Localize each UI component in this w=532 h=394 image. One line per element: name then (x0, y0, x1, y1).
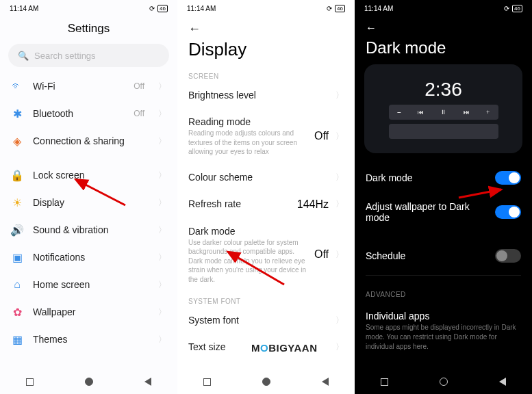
row-label: Brightness level (188, 90, 331, 101)
nav-bar (177, 369, 355, 394)
row-value: Off (134, 81, 144, 91)
status-bar: 11:14 AM ⟳ 46 (0, 0, 177, 16)
status-time: 11:14 AM (187, 5, 216, 12)
row-label: Schedule (366, 250, 495, 261)
display-row[interactable]: Refresh rate144Hz〉 (177, 192, 355, 219)
nav-back-icon[interactable] (322, 378, 329, 386)
search-placeholder: Search settings (34, 51, 96, 61)
chevron-right-icon: 〉 (335, 198, 344, 210)
chevron-right-icon: 〉 (335, 341, 344, 353)
rotate-icon: ⟳ (504, 5, 509, 12)
chevron-right-icon: 〉 (335, 172, 344, 183)
row-label: Wi-Fi (33, 81, 124, 92)
chevron-right-icon: 〉 (158, 279, 166, 291)
row-label: Display (33, 197, 144, 208)
settings-row[interactable]: ☀Display〉 (0, 189, 177, 216)
watermark: MOBIGYAAN (251, 342, 317, 354)
row-label: Notifications (33, 252, 144, 263)
schedule-row[interactable]: Schedule (355, 241, 532, 271)
page-title: Dark mode (355, 36, 532, 64)
chevron-right-icon: 〉 (158, 197, 166, 209)
nav-back-icon[interactable] (499, 378, 506, 386)
page-title: Settings (0, 16, 177, 41)
chevron-right-icon: 〉 (158, 334, 166, 345)
nav-bar (0, 369, 177, 394)
bell-icon: ▣ (11, 251, 23, 263)
home-icon: ⌂ (11, 278, 23, 291)
themes-icon: ▦ (11, 333, 23, 345)
row-label: Dark mode (366, 172, 495, 183)
display-screen: 11:14 AM ⟳46 ← Display SCREEN Brightness… (177, 0, 355, 394)
nav-home-icon[interactable] (85, 378, 93, 386)
darkmode-screen: 11:14 AM ⟳46 ← Dark mode 2:36 ‒⏮⏸⏭+ Dark… (355, 0, 532, 394)
display-row[interactable]: Reading modeReading mode adjusts colours… (177, 109, 355, 165)
status-time: 11:14 AM (10, 5, 38, 12)
chevron-right-icon: 〉 (158, 252, 166, 263)
nav-back-icon[interactable] (144, 378, 151, 386)
nav-recent-icon[interactable] (381, 378, 388, 386)
chevron-right-icon: 〉 (158, 306, 166, 318)
lock-icon: 🔒 (11, 169, 23, 181)
toggle-row[interactable]: Dark mode (355, 163, 532, 193)
nav-home-icon[interactable] (440, 378, 448, 386)
settings-row[interactable]: 🔊Sound & vibration〉 (0, 216, 177, 244)
settings-row[interactable]: ✱BluetoothOff〉 (0, 100, 177, 127)
section-header: SYSTEM FONT (177, 292, 355, 308)
darkmode-preview: 2:36 ‒⏮⏸⏭+ (364, 64, 522, 153)
settings-row[interactable]: ᯤWi-FiOff〉 (0, 73, 177, 100)
settings-row[interactable]: ⌂Home screen〉 (0, 271, 177, 298)
display-row[interactable]: Brightness level〉 (177, 83, 355, 109)
sun-icon: ☀ (11, 196, 23, 209)
bluetooth-icon: ✱ (11, 107, 23, 120)
settings-screen: 11:14 AM ⟳ 46 Settings 🔍 Search settings… (0, 0, 177, 394)
status-bar: 11:14 AM ⟳46 (355, 0, 532, 16)
nav-recent-icon[interactable] (203, 378, 211, 386)
chevron-right-icon: 〉 (158, 108, 166, 120)
toggle[interactable] (495, 249, 521, 263)
display-row[interactable]: Dark modeUse darker colour palette for s… (177, 219, 355, 293)
sound-icon: 🔊 (11, 224, 23, 236)
row-label: Refresh rate (188, 198, 297, 209)
row-label: Wallpaper (33, 306, 144, 317)
settings-row[interactable]: 🔒Lock screen〉 (0, 161, 177, 189)
search-input[interactable]: 🔍 Search settings (8, 44, 169, 67)
battery-badge: 46 (335, 5, 345, 12)
row-value: Off (314, 248, 329, 261)
toggle-row[interactable]: Adjust wallpaper to Dark mode (355, 193, 532, 231)
nav-home-icon[interactable] (262, 378, 270, 386)
row-value: 144Hz (297, 198, 329, 211)
chevron-right-icon: 〉 (158, 224, 166, 236)
wifi-icon: ᯤ (11, 80, 23, 92)
row-label: Dark mode (188, 226, 314, 237)
chevron-right-icon: 〉 (158, 81, 166, 92)
settings-row[interactable]: ▦Themes〉 (0, 326, 177, 353)
back-button[interactable]: ← (355, 16, 532, 36)
chevron-right-icon: 〉 (335, 315, 344, 326)
share-icon: ◈ (11, 135, 23, 147)
row-label: Individual apps (366, 311, 521, 321)
row-label: Themes (33, 334, 144, 345)
settings-row[interactable]: ◈Connection & sharing〉 (0, 127, 177, 155)
status-time: 11:14 AM (364, 5, 393, 12)
section-header: ADVANCED (355, 280, 532, 302)
page-title: Display (177, 38, 355, 67)
row-label: Connection & sharing (33, 135, 144, 146)
chevron-right-icon: 〉 (158, 170, 166, 181)
row-value: Off (314, 130, 329, 142)
individual-apps-row[interactable]: Individual apps (355, 302, 532, 323)
display-row[interactable]: Colour scheme〉 (177, 165, 355, 192)
chevron-right-icon: 〉 (335, 249, 344, 261)
nav-recent-icon[interactable] (26, 378, 34, 386)
row-label: Adjust wallpaper to Dark mode (366, 201, 495, 223)
toggle[interactable] (495, 205, 521, 219)
row-label: Reading mode (188, 116, 314, 127)
settings-row[interactable]: ▣Notifications〉 (0, 244, 177, 271)
flower-icon: ✿ (11, 306, 23, 318)
display-row[interactable]: System font〉 (177, 308, 355, 334)
battery-badge: 46 (157, 5, 168, 12)
row-description: Reading mode adjusts colours and texture… (188, 129, 314, 157)
settings-row[interactable]: ✿Wallpaper〉 (0, 298, 177, 326)
nav-bar (355, 369, 532, 394)
toggle[interactable] (495, 171, 521, 185)
back-button[interactable]: ← (177, 16, 355, 38)
